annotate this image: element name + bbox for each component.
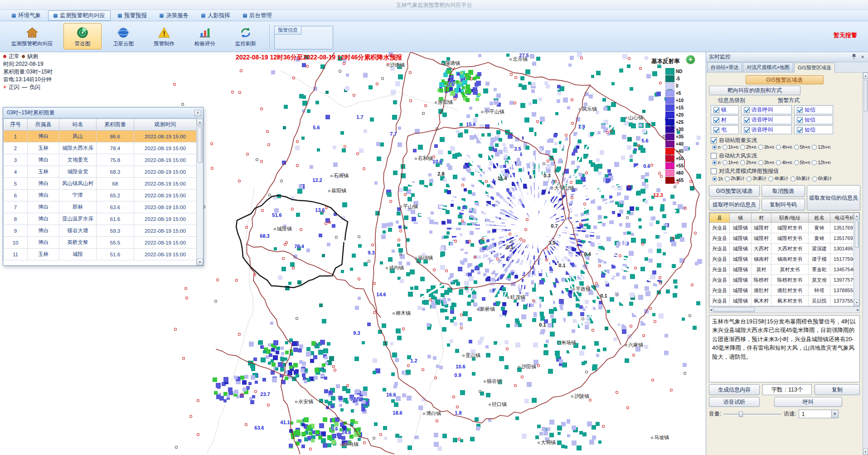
scroll-up-icon[interactable]: ▲ <box>197 119 203 126</box>
speed-select[interactable]: 1▼ <box>799 410 839 418</box>
checkbox-icon[interactable] <box>797 127 803 133</box>
model-forecast-checkbox[interactable]: 对流尺度模式降雨预报值 <box>711 167 861 175</box>
contact-row[interactable]: 兴业县城隍镇城隍村城隍村支书黄铸13517697 <box>710 223 859 233</box>
radio-icon[interactable] <box>723 160 727 165</box>
menu-item-4[interactable]: 人影指挥 <box>196 10 236 21</box>
rain-period-option-4[interactable]: 4h+n <box>776 145 792 150</box>
target-call-level-button[interactable]: 靶向叫应的级别和方式 <box>709 86 800 95</box>
radio-icon[interactable] <box>747 176 752 181</box>
menu-item-5[interactable]: 后台管理 <box>238 10 277 21</box>
close-icon[interactable]: × <box>194 110 201 116</box>
toolbar-button-5[interactable]: 监控刷新 <box>227 23 265 49</box>
voice-call-checkbox-0[interactable]: 语音呼叫 <box>741 105 792 114</box>
wind-period-option-3[interactable]: 3h+n <box>758 160 775 165</box>
radio-icon[interactable] <box>790 176 795 181</box>
radio-icon[interactable] <box>776 160 781 165</box>
sms-checkbox-0[interactable]: 短信 <box>794 105 833 114</box>
gis-select-button[interactable]: GIS预警区域选 <box>709 185 760 197</box>
model-period-option-3[interactable]: 4h累计 <box>768 176 788 182</box>
warning-message-text[interactable]: 玉林市气象台19日5时15分发布暴雨橙色预警信号，4时以来兴业县城隍大西水库已出… <box>709 315 860 382</box>
scroll-down-icon[interactable]: ▼ <box>197 259 203 265</box>
radio-icon[interactable] <box>712 176 717 181</box>
wind-period-option-6[interactable]: 12h+n <box>812 160 830 165</box>
scroll-up-icon[interactable]: ▲ <box>854 213 859 220</box>
table-row[interactable]: 3博白文地姜充75.82022-08-19 15:00 <box>4 154 197 166</box>
menu-item-1[interactable]: 监测预警靶向叫应 <box>48 10 111 21</box>
cancel-preselect-button[interactable]: 取消预选 <box>761 185 805 197</box>
auto-station-wind-checkbox[interactable]: 自动站大风实况 <box>711 152 861 159</box>
contact-row[interactable]: 兴业县城隍镇陈榜村陈榜村支书莫文俭13977579 <box>710 275 859 285</box>
rain-period-option-1[interactable]: 1h+n <box>723 145 739 150</box>
gis-region-select-header[interactable]: GIS预警区域选 <box>746 75 824 84</box>
model-period-option-1[interactable]: 2h累计 <box>725 176 745 182</box>
contact-row[interactable]: 兴业县城隍镇塘肚村塘肚村支书钟塔13788553 <box>710 285 859 296</box>
checkbox-icon[interactable] <box>797 117 803 123</box>
sms-checkbox-2[interactable]: 短信 <box>794 125 833 134</box>
scroll-left-icon[interactable]: ◀ <box>710 308 712 311</box>
close-icon[interactable]: × <box>860 54 865 60</box>
contact-row[interactable]: 兴业县城隍镇镇南村镇南村支书谭于模15177594 <box>710 254 859 264</box>
toolbar-button-4[interactable]: 检验评分 <box>186 23 224 49</box>
voice-preview-button[interactable]: 语音试听 <box>709 397 760 407</box>
checkbox-icon[interactable] <box>797 107 803 113</box>
rain-period-option-5[interactable]: 5h+n <box>794 145 810 150</box>
rain-period-option-0[interactable]: n <box>712 145 721 150</box>
model-period-option-0[interactable]: 1h <box>712 176 723 181</box>
table-row[interactable]: 4玉林城隍金党68.32022-08-19 15:00 <box>4 166 197 178</box>
sms-checkbox-1[interactable]: 短信 <box>794 115 833 124</box>
radio-icon[interactable] <box>768 176 773 181</box>
map-zoom-button[interactable] <box>685 54 696 65</box>
rain-period-option-3[interactable]: 3h+n <box>758 145 775 150</box>
table-row[interactable]: 2玉林城隍大西水库78.42022-08-19 15:00 <box>4 142 197 154</box>
auto-station-rain-checkbox[interactable]: 自动站雨量实况 <box>711 137 861 144</box>
rain-period-option-6[interactable]: 12h+n <box>812 145 830 150</box>
level-checkbox-1[interactable]: 村 <box>711 115 739 124</box>
rain-table[interactable]: 序号所属县站名累积雨量观测时间1博白凤山86.62022-08-19 15:00… <box>3 118 197 260</box>
table-row[interactable]: 10博白英桥文黎55.52022-08-19 15:00 <box>4 237 197 249</box>
wind-period-option-0[interactable]: n <box>712 160 721 165</box>
wind-period-option-4[interactable]: 4h+n <box>776 160 792 165</box>
radio-icon[interactable] <box>812 160 817 165</box>
toolbar-button-0[interactable]: 监测预警靶向叫应 <box>4 23 61 49</box>
checkbox-icon[interactable] <box>744 117 750 123</box>
panel-tab-0[interactable]: 自动站+雷达 <box>707 62 742 72</box>
toolbar-button-3[interactable]: 预警制作 <box>145 23 183 49</box>
table-row[interactable]: 5博白凤山镇凤山村682022-08-19 15:00 <box>4 178 197 190</box>
radio-icon[interactable] <box>758 145 763 150</box>
extract-sms-contacts-button[interactable]: 提取发短信的信息员 <box>807 185 860 210</box>
volume-slider[interactable] <box>723 411 781 417</box>
scroll-thumb[interactable] <box>713 308 755 312</box>
checkbox-icon[interactable] <box>711 168 717 174</box>
table-row[interactable]: 9博白顿谷大塘59.32022-08-19 15:00 <box>4 225 197 237</box>
scroll-thumb[interactable] <box>864 80 868 112</box>
scroll-thumb[interactable] <box>855 220 859 248</box>
toolbar-button-1[interactable]: 雷达图 <box>63 23 102 49</box>
panel-tab-2[interactable]: GIS预警区域选 <box>794 63 835 73</box>
toolbar-button-2[interactable]: 卫星云图 <box>104 23 142 49</box>
table-row[interactable]: 11玉林城隍51.62022-08-19 15:00 <box>4 249 197 260</box>
radio-icon[interactable] <box>725 176 730 181</box>
generate-message-button[interactable]: 生成信息内容 <box>709 384 760 395</box>
checkbox-icon[interactable] <box>744 127 750 133</box>
model-period-option-2[interactable]: 3h累计 <box>747 176 766 182</box>
wind-period-option-2[interactable]: 2h+n <box>740 160 756 165</box>
model-period-option-4[interactable]: 5h累计 <box>790 176 810 182</box>
wind-period-option-1[interactable]: 1h+n <box>723 160 739 165</box>
radio-icon[interactable] <box>812 176 817 181</box>
table-row[interactable]: 8博白亚山温罗水库61.62022-08-19 15:00 <box>4 213 197 225</box>
level-checkbox-2[interactable]: 屯 <box>711 125 739 134</box>
extract-call-contacts-button[interactable]: 提取呼叫的信息员 <box>709 199 760 210</box>
radio-icon[interactable] <box>740 145 745 150</box>
radio-icon[interactable] <box>812 145 817 150</box>
radio-icon[interactable] <box>740 160 745 165</box>
voice-call-checkbox-1[interactable]: 语音呼叫 <box>741 115 792 124</box>
checkbox-icon[interactable] <box>713 127 719 133</box>
radio-icon[interactable] <box>776 145 781 150</box>
scroll-down-icon[interactable]: ▼ <box>863 449 868 455</box>
wind-period-option-5[interactable]: 5h+n <box>794 160 810 165</box>
slider-thumb[interactable] <box>739 411 743 417</box>
rain-window-titlebar[interactable]: 03时~15时累积雨量 × <box>3 108 203 118</box>
menu-item-3[interactable]: 决策服务 <box>154 10 194 21</box>
map-area[interactable]: 2022-08-19 12时36分至2022-08-19 12时46分累积降水预… <box>0 52 706 455</box>
contact-row[interactable]: 兴业县城隍镇大西村大西村支书梁深建13014957 <box>710 244 859 254</box>
